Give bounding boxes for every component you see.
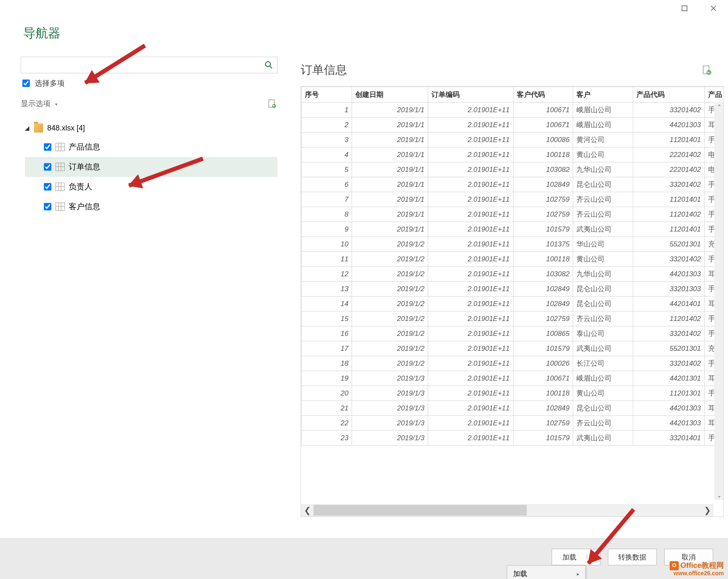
load-dropdown-menu: 加载 ▸ [507, 565, 586, 579]
multi-select-input[interactable] [22, 80, 30, 87]
search-input[interactable] [21, 57, 260, 73]
table-row[interactable]: 202019/1/32.01901E+11100118黄山公司11201301手 [301, 386, 724, 401]
table-row[interactable]: 182019/1/22.01901E+11100026长江公司33201402手 [301, 356, 724, 371]
table-cell: 19 [301, 371, 352, 386]
table-row[interactable]: 62019/1/12.01901E+11102849昆仑山公司33201402手 [301, 177, 724, 192]
table-row[interactable]: 72019/1/12.01901E+11102759齐云山公司11201401手 [301, 192, 724, 207]
horizontal-scrollbar[interactable]: ❮ ❯ [301, 504, 714, 516]
table-row[interactable]: 212019/1/32.01901E+11102849昆仑山公司44201303… [301, 401, 724, 416]
table-cell: 44201301 [633, 371, 704, 386]
table-row[interactable]: 32019/1/12.01901E+11100086黄河公司11201401手 [301, 133, 724, 147]
search-box[interactable] [21, 57, 277, 73]
scroll-left-icon[interactable]: ❮ [301, 504, 313, 516]
table-row[interactable]: 22019/1/12.01901E+11100671峨眉山公司44201303耳 [301, 118, 724, 133]
table-cell: 8 [301, 207, 352, 222]
table-cell: 2019/1/1 [352, 118, 428, 133]
collapse-icon[interactable]: ◢ [25, 125, 30, 131]
scroll-thumb[interactable] [313, 505, 527, 516]
table-row[interactable]: 152019/1/22.01901E+11102759齐云山公司11201402… [301, 311, 724, 326]
table-row[interactable]: 92019/1/12.01901E+11101579武夷山公司11201401手 [301, 222, 724, 237]
table-cell: 14 [301, 297, 352, 311]
tree-item[interactable]: 客户信息 [25, 197, 277, 217]
table-cell: 2.01901E+11 [428, 252, 513, 267]
table-cell: 102759 [513, 192, 573, 207]
table-row[interactable]: 12019/1/12.01901E+11100671峨眉山公司33201402手 [301, 103, 724, 118]
watermark-title: Office教程网 [680, 562, 724, 570]
vertical-scrollbar[interactable]: ⌃ ⌄ [714, 102, 724, 500]
close-button[interactable] [707, 2, 720, 14]
table-cell: 100118 [513, 252, 573, 267]
table-cell: 11 [301, 252, 352, 267]
multi-select-checkbox[interactable]: 选择多项 [21, 78, 277, 88]
table-cell: 44201303 [633, 416, 704, 431]
tree-item-checkbox[interactable] [44, 163, 51, 171]
table-cell: 44201303 [633, 401, 704, 416]
table-row[interactable]: 172019/1/22.01901E+11101579武夷山公司55201301… [301, 341, 724, 356]
column-header[interactable]: 订单编码 [428, 87, 513, 103]
menu-item-load[interactable]: 加载 ▸ [507, 566, 585, 579]
tree-root[interactable]: ◢ 848.xlsx [4] [25, 119, 277, 137]
table-cell: 齐云山公司 [573, 207, 633, 222]
table-cell: 黄山公司 [573, 147, 633, 162]
table-cell: 17 [301, 341, 352, 356]
table-cell: 18 [301, 356, 352, 371]
table-cell: 102759 [513, 311, 573, 326]
table-cell: 22201402 [633, 162, 704, 177]
table-row[interactable]: 112019/1/22.01901E+11100118黄山公司33201402手 [301, 252, 724, 267]
column-header[interactable]: 客户代码 [513, 87, 573, 103]
table-row[interactable]: 142019/1/22.01901E+11102849昆仑山公司44201401… [301, 297, 724, 311]
watermark: O Office教程网 www.office26.com [670, 561, 724, 577]
table-row[interactable]: 122019/1/22.01901E+11103082九华山公司44201303… [301, 267, 724, 282]
column-header[interactable]: 产品 [704, 87, 724, 103]
table-row[interactable]: 162019/1/22.01901E+11100865泰山公司33201402手 [301, 326, 724, 341]
scroll-down-icon[interactable]: ⌄ [714, 491, 724, 500]
table-cell: 2.01901E+11 [428, 177, 513, 192]
table-cell: 100671 [513, 371, 573, 386]
scroll-up-icon[interactable]: ⌃ [714, 102, 724, 111]
table-row[interactable]: 192019/1/32.01901E+11100671峨眉山公司44201301… [301, 371, 724, 386]
table-cell: 100671 [513, 103, 573, 118]
table-cell: 长江公司 [573, 356, 633, 371]
tree-item[interactable]: 订单信息 [25, 157, 277, 177]
table-cell: 101375 [513, 237, 573, 252]
table-cell: 102849 [513, 177, 573, 192]
table-row[interactable]: 82019/1/12.01901E+11102759齐云山公司11201402手 [301, 207, 724, 222]
column-header[interactable]: 创建日期 [352, 87, 428, 103]
tree-item-checkbox[interactable] [44, 203, 51, 210]
tree-item[interactable]: 产品信息 [25, 137, 277, 157]
table-cell: 100026 [513, 356, 573, 371]
tree-item[interactable]: 负责人 [25, 177, 277, 197]
table-cell: 100671 [513, 118, 573, 133]
maximize-button[interactable] [678, 2, 691, 14]
table-cell: 2019/1/2 [352, 282, 428, 297]
table-cell: 4 [301, 147, 352, 162]
search-icon[interactable] [260, 57, 277, 73]
column-header[interactable]: 客户 [573, 87, 633, 103]
table-row[interactable]: 42019/1/12.01901E+11100118黄山公司22201402电 [301, 147, 724, 162]
table-cell: 峨眉山公司 [573, 103, 633, 118]
tree-item-checkbox[interactable] [44, 143, 51, 151]
tree-item-checkbox[interactable] [44, 183, 51, 191]
watermark-sub: www.office26.com [673, 570, 724, 577]
table-row[interactable]: 132019/1/22.01901E+11102849昆仑山公司33201303… [301, 282, 724, 297]
table-cell: 2019/1/1 [352, 222, 428, 237]
table-cell: 2019/1/2 [352, 237, 428, 252]
table-row[interactable]: 102019/1/22.01901E+11101375华山公司55201301充 [301, 237, 724, 252]
cancel-button-label: 取消 [682, 552, 696, 562]
refresh-tree-icon[interactable] [267, 98, 277, 109]
display-options-dropdown[interactable]: 显示选项 ▾ [21, 99, 58, 109]
table-cell: 101579 [513, 341, 573, 356]
column-header[interactable]: 产品代码 [633, 87, 704, 103]
table-row[interactable]: 52019/1/12.01901E+11103082九华山公司22201402电 [301, 162, 724, 177]
table-icon [55, 183, 65, 191]
table-cell: 2019/1/3 [352, 386, 428, 401]
table-row[interactable]: 222019/1/32.01901E+11102759齐云山公司44201303… [301, 416, 724, 431]
transform-data-button[interactable]: 转换数据 [608, 549, 657, 565]
folder-icon [34, 123, 43, 133]
table-cell: 2019/1/2 [352, 326, 428, 341]
scroll-right-icon[interactable]: ❯ [701, 504, 714, 516]
table-row[interactable]: 232019/1/32.01901E+11101579武夷山公司33201401… [301, 431, 724, 446]
preview-table-container: 序号创建日期订单编码客户代码客户产品代码产品 12019/1/12.01901E… [301, 86, 724, 517]
column-header[interactable]: 序号 [301, 87, 352, 103]
refresh-preview-icon[interactable] [701, 65, 711, 75]
